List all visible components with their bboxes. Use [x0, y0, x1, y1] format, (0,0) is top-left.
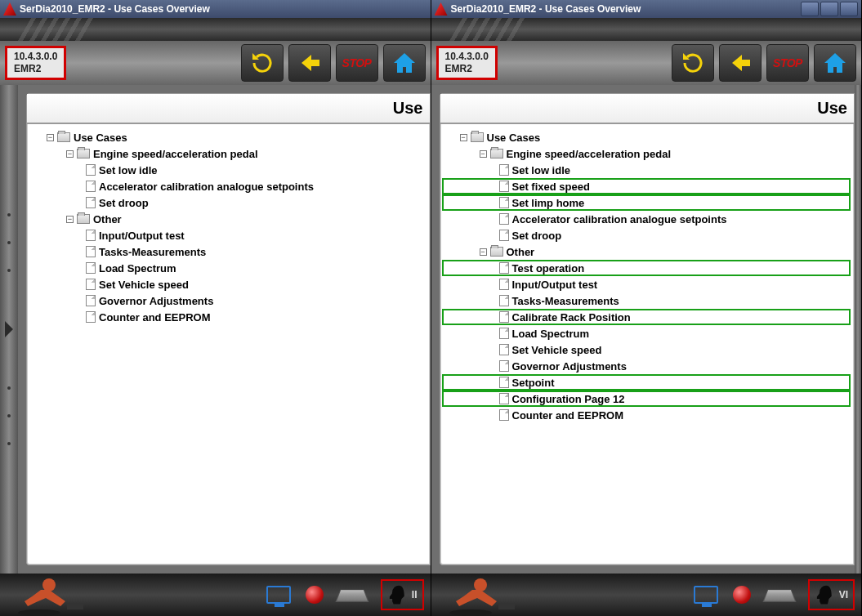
- title-bar: SerDia2010_EMR2 - Use Cases Overview: [431, 0, 862, 18]
- tree-item[interactable]: Tasks-Measurements: [444, 292, 851, 309]
- profile-level: VI: [839, 589, 848, 600]
- file-icon: [499, 213, 509, 225]
- file-icon: [499, 344, 509, 355]
- file-icon: [499, 360, 509, 372]
- tree-item[interactable]: Input/Output test: [30, 227, 427, 243]
- file-icon: [499, 377, 509, 388]
- tree-item[interactable]: −Engine speed/acceleration pedal: [444, 145, 851, 162]
- version-number: 10.4.3.0.0: [445, 51, 489, 63]
- tree-item[interactable]: Tasks-Measurements: [30, 243, 427, 260]
- tree-item[interactable]: Set fixed speed: [442, 178, 851, 194]
- back-button[interactable]: [719, 44, 762, 82]
- tree-item[interactable]: Accelerator calibration analogue setpoin…: [444, 211, 851, 227]
- tree-item-label: Other: [93, 213, 122, 225]
- tree-item-label: Counter and EEPROM: [512, 409, 624, 422]
- tree-item[interactable]: Set limp home: [442, 194, 851, 211]
- tree-item[interactable]: Counter and EEPROM: [444, 407, 851, 423]
- toggle-icon[interactable]: −: [460, 134, 467, 141]
- wedge-icon[interactable]: [338, 587, 366, 602]
- tree-item[interactable]: Test operation: [442, 260, 851, 276]
- toolbar: 10.4.3.0.0EMR2STOP: [0, 41, 431, 85]
- tree-item-label: Set low idle: [512, 164, 571, 176]
- tree-item-label: Other: [507, 246, 535, 258]
- toggle-icon[interactable]: −: [47, 134, 54, 141]
- toggle-icon[interactable]: −: [480, 248, 487, 256]
- file-icon: [499, 393, 509, 404]
- tree-item[interactable]: Load Spectrum: [30, 260, 427, 276]
- tree-item[interactable]: −Other: [444, 243, 851, 260]
- tree-item-label: Engine speed/acceleration pedal: [507, 148, 672, 160]
- tree-item[interactable]: Set low idle: [444, 162, 851, 178]
- tree-item[interactable]: Input/Output test: [444, 276, 851, 292]
- min-btn[interactable]: [801, 2, 819, 16]
- svg-point-0: [18, 609, 60, 616]
- home-button[interactable]: [814, 44, 856, 82]
- svg-point-1: [42, 578, 56, 591]
- tree-item[interactable]: Accelerator calibration analogue setpoin…: [30, 178, 427, 194]
- tree-item[interactable]: Governor Adjustments: [30, 292, 427, 309]
- toggle-icon[interactable]: −: [480, 150, 487, 158]
- tree-item[interactable]: Set Vehicle speed: [30, 276, 427, 292]
- split-view: SerDia2010_EMR2 - Use Cases Overview10.4…: [0, 0, 862, 616]
- refresh-button[interactable]: [672, 44, 714, 82]
- tree-panel: Use−Use Cases−Engine speed/acceleration …: [440, 93, 855, 565]
- file-icon: [499, 409, 509, 421]
- tree-item[interactable]: Set Vehicle speed: [444, 341, 851, 358]
- file-icon: [499, 230, 509, 241]
- svg-point-3: [449, 609, 492, 616]
- tree-item[interactable]: Calibrate Rack Position: [442, 309, 851, 325]
- tree-item[interactable]: Governor Adjustments: [444, 358, 851, 374]
- monitor-icon[interactable]: [266, 586, 291, 604]
- monitor-icon[interactable]: [694, 586, 718, 604]
- tree-item[interactable]: −Use Cases: [444, 129, 851, 145]
- tree-item[interactable]: Counter and EEPROM: [30, 309, 427, 325]
- toolbar: 10.4.3.0.0EMR2STOP: [431, 41, 862, 85]
- stop-button[interactable]: STOP: [766, 44, 809, 82]
- tree-item-label: Use Cases: [487, 132, 541, 144]
- file-icon: [499, 279, 509, 290]
- tree-item-label: Configuration Page 12: [512, 393, 625, 405]
- toggle-icon[interactable]: −: [66, 216, 74, 223]
- title-bar: SerDia2010_EMR2 - Use Cases Overview: [0, 0, 431, 18]
- tree-item[interactable]: Set low idle: [30, 162, 427, 178]
- side-expander[interactable]: [855, 85, 861, 574]
- file-icon: [499, 311, 509, 323]
- file-icon: [86, 197, 96, 208]
- worker-graphic: [448, 574, 562, 616]
- record-icon[interactable]: [733, 586, 751, 604]
- tree-panel: Use−Use Cases−Engine speed/acceleration …: [26, 93, 431, 565]
- app-icon: [3, 2, 16, 16]
- home-button[interactable]: [383, 44, 426, 82]
- panel-title: Use: [27, 94, 430, 124]
- tree-item[interactable]: −Use Cases: [30, 129, 427, 145]
- tree-item[interactable]: Setpoint: [442, 374, 851, 391]
- file-icon: [499, 164, 509, 176]
- max-btn[interactable]: [820, 2, 838, 16]
- tree-item[interactable]: Configuration Page 12: [442, 391, 851, 407]
- side-expander[interactable]: [0, 85, 18, 574]
- tree-item[interactable]: Load Spectrum: [444, 325, 851, 341]
- folder-icon: [490, 247, 503, 257]
- close-btn[interactable]: [840, 2, 858, 16]
- folder-icon: [77, 214, 90, 224]
- wedge-icon[interactable]: [766, 587, 793, 602]
- file-icon: [499, 181, 509, 192]
- file-icon: [86, 246, 96, 257]
- tree-item[interactable]: −Other: [30, 211, 427, 227]
- tree-item[interactable]: Set droop: [444, 227, 851, 243]
- profile-indicator[interactable]: VI: [808, 579, 855, 610]
- tree-item-label: Input/Output test: [99, 230, 185, 242]
- back-button[interactable]: [288, 44, 331, 82]
- tree-item[interactable]: −Engine speed/acceleration pedal: [30, 145, 427, 162]
- file-icon: [86, 295, 96, 306]
- tree-item-label: Accelerator calibration analogue setpoin…: [512, 213, 727, 225]
- head-icon: [813, 584, 834, 605]
- tree-item[interactable]: Set droop: [30, 194, 427, 211]
- record-icon[interactable]: [306, 586, 324, 604]
- stop-button[interactable]: STOP: [336, 44, 378, 82]
- expand-icon: [5, 321, 13, 337]
- tree-item-label: Engine speed/acceleration pedal: [93, 148, 258, 160]
- toggle-icon[interactable]: −: [66, 150, 74, 158]
- refresh-button[interactable]: [241, 44, 284, 82]
- profile-indicator[interactable]: II: [381, 579, 424, 610]
